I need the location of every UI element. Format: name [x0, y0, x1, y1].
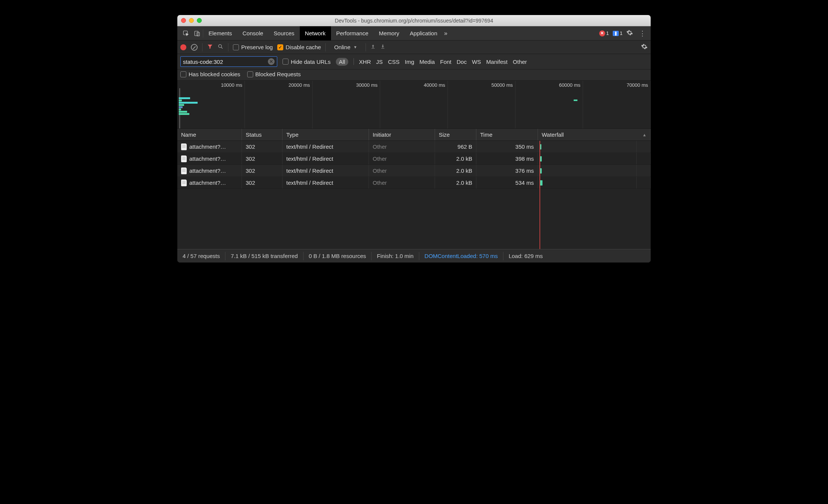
tab-performance[interactable]: Performance — [331, 26, 374, 41]
search-icon[interactable] — [218, 44, 224, 51]
blocked-cookies-checkbox[interactable]: Has blocked cookies — [180, 71, 240, 77]
status-transferred: 7.1 kB / 515 kB transferred — [225, 252, 303, 260]
overview-tick-label: 10000 ms — [221, 82, 242, 88]
checkbox-icon — [180, 71, 186, 77]
status-finish: Finish: 1.0 min — [372, 252, 419, 260]
cell-size: 2.0 kB — [435, 165, 476, 177]
filter-type-css[interactable]: CSS — [388, 59, 400, 65]
col-time[interactable]: Time — [476, 129, 538, 140]
tab-network[interactable]: Network — [300, 26, 331, 41]
filter-type-manifest[interactable]: Manifest — [486, 59, 508, 65]
filter-type-img[interactable]: Img — [405, 59, 414, 65]
record-button[interactable] — [180, 44, 186, 50]
inspect-element-icon[interactable] — [180, 28, 192, 39]
tab-sources[interactable]: Sources — [269, 26, 300, 41]
devtools-window: DevTools - bugs.chromium.org/p/chromium/… — [177, 15, 651, 263]
file-icon — [181, 143, 187, 150]
col-status[interactable]: Status — [242, 129, 283, 140]
request-row[interactable]: attachment?…302text/html / RedirectOther… — [177, 177, 651, 189]
checkbox-icon — [233, 44, 239, 50]
maximize-button[interactable] — [197, 18, 202, 23]
close-button[interactable] — [181, 18, 186, 23]
info-badge[interactable]: ❚ 1 — [613, 30, 623, 36]
settings-icon[interactable] — [626, 29, 633, 38]
tab-application[interactable]: Application — [405, 26, 443, 41]
status-bar: 4 / 57 requests 7.1 kB / 515 kB transfer… — [177, 249, 651, 263]
more-menu-icon[interactable]: ⋮ — [637, 29, 648, 38]
checkbox-icon — [247, 71, 253, 77]
disable-cache-label: Disable cache — [286, 44, 321, 50]
filter-type-js[interactable]: JS — [376, 59, 383, 65]
overview-mark — [574, 100, 577, 101]
tab-elements[interactable]: Elements — [203, 26, 237, 41]
clear-button[interactable] — [191, 44, 198, 51]
blocked-cookies-label: Has blocked cookies — [189, 71, 240, 77]
filter-type-all[interactable]: All — [336, 58, 348, 66]
disable-cache-checkbox[interactable]: Disable cache — [277, 44, 321, 50]
waterfall-divider — [636, 141, 637, 152]
filter-type-media[interactable]: Media — [420, 59, 435, 65]
info-count: 1 — [620, 30, 623, 36]
tabs-overflow-icon[interactable]: » — [443, 30, 449, 37]
cell-size: 962 B — [435, 141, 476, 152]
col-initiator[interactable]: Initiator — [369, 129, 435, 140]
error-count: 1 — [606, 30, 609, 36]
hide-data-urls-checkbox[interactable]: Hide data URLs — [283, 59, 331, 65]
cell-initiator: Other — [369, 165, 435, 177]
cell-status: 302 — [242, 165, 283, 177]
traffic-lights — [181, 18, 202, 23]
col-waterfall[interactable]: Waterfall ▲ — [538, 129, 651, 140]
clear-filter-icon[interactable]: ✕ — [268, 58, 275, 65]
waterfall-divider — [636, 165, 637, 177]
filter-input-container: ✕ — [180, 56, 277, 67]
status-load: Load: 629 ms — [503, 252, 548, 260]
preserve-log-checkbox[interactable]: Preserve log — [233, 44, 273, 50]
checkbox-icon — [277, 44, 283, 50]
request-row[interactable]: attachment?…302text/html / RedirectOther… — [177, 153, 651, 165]
filter-bar: ✕ Hide data URLs AllXHRJSCSSImgMediaFont… — [177, 54, 651, 69]
filter-type-other[interactable]: Other — [513, 59, 527, 65]
cell-waterfall — [538, 177, 651, 189]
throttling-select[interactable]: Online ▼ — [330, 44, 361, 50]
filter-input[interactable] — [183, 59, 268, 65]
col-size[interactable]: Size — [435, 129, 476, 140]
tab-console[interactable]: Console — [237, 26, 269, 41]
device-toolbar-icon[interactable] — [192, 28, 203, 39]
svg-rect-5 — [381, 48, 384, 48]
overview-cell: 70000 ms — [583, 81, 651, 128]
hide-data-urls-label: Hide data URLs — [291, 59, 331, 65]
file-icon — [181, 180, 187, 186]
grid-body: attachment?…302text/html / RedirectOther… — [177, 141, 651, 249]
network-settings-icon[interactable] — [641, 43, 648, 51]
request-name: attachment?… — [189, 143, 226, 150]
request-name: attachment?… — [189, 180, 226, 186]
tab-memory[interactable]: Memory — [374, 26, 405, 41]
overview-cell: 40000 ms — [380, 81, 448, 128]
timeline-overview[interactable]: 10000 ms20000 ms30000 ms40000 ms50000 ms… — [177, 81, 651, 129]
minimize-button[interactable] — [189, 18, 194, 23]
chevron-down-icon: ▼ — [354, 45, 357, 49]
overview-cell: 20000 ms — [245, 81, 313, 128]
cell-status: 302 — [242, 141, 283, 152]
col-name[interactable]: Name — [177, 129, 242, 140]
filter-type-doc[interactable]: Doc — [456, 59, 467, 65]
window-title: DevTools - bugs.chromium.org/p/chromium/… — [177, 18, 651, 24]
cell-status: 302 — [242, 153, 283, 164]
cell-initiator: Other — [369, 153, 435, 164]
request-row[interactable]: attachment?…302text/html / RedirectOther… — [177, 165, 651, 177]
blocked-requests-checkbox[interactable]: Blocked Requests — [247, 71, 301, 77]
status-domcontentloaded: DOMContentLoaded: 570 ms — [419, 252, 503, 260]
overview-tick-label: 50000 ms — [491, 82, 513, 88]
filter-icon[interactable] — [207, 44, 213, 51]
upload-har-icon[interactable] — [370, 44, 376, 51]
col-type[interactable]: Type — [283, 129, 369, 140]
waterfall-bar — [540, 180, 542, 186]
request-row[interactable]: attachment?…302text/html / RedirectOther… — [177, 141, 651, 153]
error-badge[interactable]: ✕ 1 — [599, 30, 609, 36]
filter-type-font[interactable]: Font — [440, 59, 451, 65]
filter-type-xhr[interactable]: XHR — [359, 59, 371, 65]
download-har-icon[interactable] — [380, 44, 385, 51]
filter-type-ws[interactable]: WS — [472, 59, 481, 65]
overview-tick-label: 30000 ms — [356, 82, 378, 88]
cell-status: 302 — [242, 177, 283, 189]
